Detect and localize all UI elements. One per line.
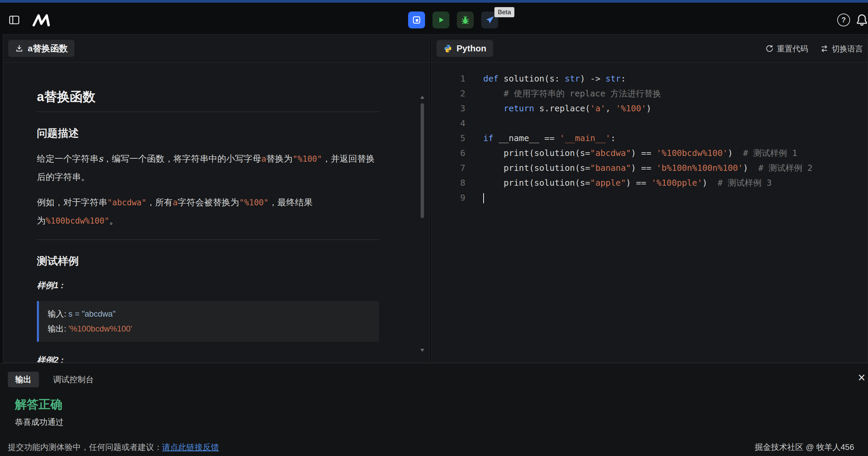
token: 字符会被替换为 <box>178 197 239 207</box>
debug-button[interactable] <box>457 12 474 28</box>
sample-1-label: 样例1 : <box>37 280 379 291</box>
question-glyph: ? <box>841 16 846 24</box>
code-line[interactable]: 4 <box>431 116 868 131</box>
token: return <box>504 104 534 113</box>
problem-panel: a替换函数 a替换函数 问题描述 给定一个字符串s，编写一个函数，将字符串中的小… <box>3 34 430 363</box>
token: s.replace( <box>534 104 591 113</box>
app-logo[interactable] <box>31 12 55 28</box>
app-window: Beta ? a替换函数 <box>0 0 868 456</box>
token: # 测试样例 2 <box>758 163 813 173</box>
tab-debug-console[interactable]: 调试控制台 <box>53 372 94 387</box>
close-console-button[interactable]: × <box>854 370 868 385</box>
token <box>483 104 504 113</box>
token: '%100bcdw%100' <box>66 324 132 333</box>
code-text: # 使用字符串的 replace 方法进行替换 <box>465 86 661 101</box>
line-number: 9 <box>431 190 465 205</box>
token: ) <box>728 148 743 158</box>
problem-tab[interactable]: a替换函数 <box>8 40 74 57</box>
line-number: 4 <box>431 116 465 131</box>
result-status-title: 解答正确 <box>15 396 62 412</box>
token: __name__ == <box>493 133 560 143</box>
problem-content-scroll-area[interactable]: a替换函数 问题描述 给定一个字符串s，编写一个函数，将字符串中的小写字母a替换… <box>3 63 430 363</box>
token: ) -> <box>580 74 605 84</box>
token: 给定一个字符串 <box>37 154 98 164</box>
editor-panel-header: Python 重置代码 切换语言 <box>431 35 868 63</box>
code-line[interactable]: 7 print(solution(s="banana") == 'b%100n%… <box>431 161 868 176</box>
token: "banana" <box>590 163 631 173</box>
token: a <box>261 154 266 164</box>
download-icon <box>15 44 24 53</box>
text-cursor <box>483 193 484 203</box>
token: "apple" <box>590 178 626 188</box>
token: solution(s: <box>498 74 565 84</box>
layout-action-button[interactable] <box>408 12 425 28</box>
token: ) <box>743 163 758 173</box>
token: "abcdwa" <box>590 148 631 158</box>
feedback-link[interactable]: 请点此链接反馈 <box>162 442 219 452</box>
token: ) == <box>631 163 656 173</box>
line-number: 6 <box>431 146 465 161</box>
token: ) == <box>626 178 651 188</box>
python-icon <box>443 44 452 53</box>
sample-2-label: 样例2 : <box>37 355 379 363</box>
tab-output[interactable]: 输出 <box>8 372 39 387</box>
line-number: 2 <box>431 86 465 101</box>
token: # 测试样例 3 <box>717 178 772 188</box>
token: 例如，对于字符串 <box>37 197 107 207</box>
notifications-button[interactable] <box>855 13 868 27</box>
sidebar-toggle-button[interactable] <box>8 14 21 26</box>
token: # 使用字符串的 replace 方法进行替换 <box>483 89 661 98</box>
line-number: 8 <box>431 176 465 190</box>
token: 'b%100n%100n%100' <box>656 163 743 173</box>
problem-panel-header: a替换函数 <box>3 35 430 63</box>
swap-arrows-icon <box>820 44 829 53</box>
language-label: Python <box>457 43 486 54</box>
token: a <box>173 198 178 207</box>
scroll-up-arrow[interactable] <box>420 96 424 99</box>
token: '__main__' <box>560 133 611 143</box>
token: '%100pple' <box>651 178 703 188</box>
token: # 测试样例 1 <box>743 148 797 158</box>
reset-code-button[interactable]: 重置代码 <box>765 43 808 55</box>
code-line[interactable]: 8 print(solution(s="apple") == '%100pple… <box>431 176 868 190</box>
community-credit: 掘金技术社区 @ 牧羊人456 <box>755 442 854 453</box>
topbar: Beta ? <box>0 3 868 34</box>
reset-code-label: 重置代码 <box>777 44 808 54</box>
code-line[interactable]: 2 # 使用字符串的 replace 方法进行替换 <box>431 86 868 101</box>
token: 。 <box>109 215 118 226</box>
code-text: def solution(s: str) -> str: <box>465 71 626 86</box>
scrollbar-thumb[interactable] <box>421 103 424 218</box>
feedback-text: 提交功能内测体验中，任何问题或者建议： <box>8 442 162 452</box>
token: print(solution(s= <box>483 148 590 158</box>
token: %100bcdw%100" <box>46 216 109 226</box>
switch-language-button[interactable]: 切换语言 <box>820 43 863 55</box>
token: str <box>565 74 580 84</box>
token: "%100" <box>293 154 322 164</box>
code-line[interactable]: 3 return s.replace('a', '%100') <box>431 101 868 116</box>
code-line[interactable]: 6 print(solution(s="abcdwa") == '%100bcd… <box>431 146 868 161</box>
logo-icon <box>31 13 54 27</box>
language-tab[interactable]: Python <box>437 40 493 57</box>
refresh-icon <box>765 44 774 53</box>
code-line[interactable]: 9 <box>431 190 868 205</box>
square-panel-icon <box>411 15 422 25</box>
code-text: print(solution(s="banana") == 'b%100n%10… <box>465 161 813 176</box>
result-status-subtitle: 恭喜成功通过 <box>15 417 64 428</box>
code-editor[interactable]: 1def solution(s: str) -> str:2 # 使用字符串的 … <box>431 63 868 363</box>
code-text: print(solution(s="abcdwa") == '%100bcdw%… <box>465 146 797 161</box>
token: 输入: <box>48 309 66 318</box>
problem-title: a替换函数 <box>37 88 379 106</box>
code-line[interactable]: 5if __name__ == '__main__': <box>431 131 868 146</box>
code-text <box>465 190 484 205</box>
help-button[interactable]: ? <box>837 13 850 27</box>
scroll-down-arrow[interactable] <box>420 349 424 352</box>
token: s = "abcdwa" <box>66 309 116 318</box>
run-button[interactable] <box>432 12 449 28</box>
token: '%100' <box>616 104 646 113</box>
editor-panel: Python 重置代码 切换语言 1def solution(s: str) -… <box>431 34 868 363</box>
token: 输出: <box>48 324 66 333</box>
divider <box>37 112 379 112</box>
code-line[interactable]: 1def solution(s: str) -> str: <box>431 71 868 86</box>
sample-output-line: 输出: '%100bcdw%100' <box>48 321 379 336</box>
divider <box>37 240 379 240</box>
